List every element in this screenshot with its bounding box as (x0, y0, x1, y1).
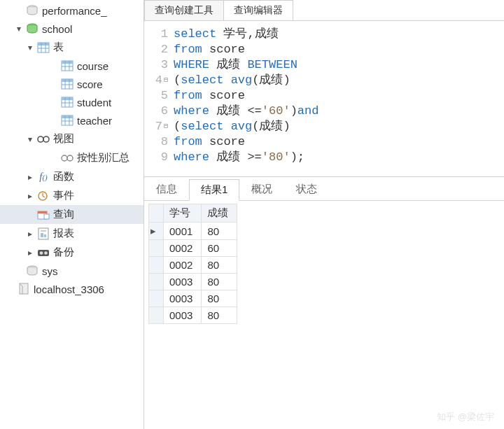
svg-point-28 (43, 136, 49, 142)
cell[interactable]: 0003 (164, 274, 202, 290)
code-content[interactable]: from score (174, 134, 245, 150)
tree-item-label: 事件 (53, 189, 74, 202)
expand-icon[interactable]: ▾ (14, 24, 24, 34)
expand-icon[interactable]: ▸ (25, 248, 35, 258)
result-tab-状态[interactable]: 状态 (284, 178, 329, 200)
row-marker: ▸ (149, 223, 164, 240)
editor-tabs: 查询创建工具查询编辑器 (144, 0, 504, 21)
column-header[interactable]: 学号 (164, 204, 202, 223)
code-content[interactable]: (select avg(成绩) (174, 73, 290, 88)
table-row[interactable]: 000380 (149, 274, 237, 290)
table-row[interactable]: 000260 (149, 240, 237, 257)
row-marker (149, 257, 164, 274)
tree-item-label: performance_ (42, 5, 107, 17)
tree-item-label: score (77, 78, 103, 90)
column-header[interactable]: 成绩 (202, 204, 237, 223)
line-number: 3 (148, 57, 174, 73)
code-line[interactable]: 4⊟(select avg(成绩) (148, 73, 500, 88)
sql-editor[interactable]: 1select 学号,成绩2from score3WHERE 成绩 BETWEE… (144, 21, 504, 176)
tree-item-course[interactable]: course (0, 57, 144, 75)
db-icon (25, 265, 39, 277)
code-line[interactable]: 6where 成绩 <='60')and (148, 104, 500, 119)
cell[interactable]: 80 (202, 257, 237, 274)
cell[interactable]: 0003 (164, 307, 202, 324)
tree-item-函数[interactable]: ▸f()函数 (0, 167, 144, 186)
expand-icon[interactable]: ▸ (25, 172, 35, 182)
code-content[interactable]: select 学号,成绩 (174, 27, 279, 42)
tree-item-备份[interactable]: ▸备份 (0, 243, 144, 262)
table-row[interactable]: 000280 (149, 257, 237, 274)
tree-item-score[interactable]: score (0, 75, 144, 93)
cell[interactable]: 0001 (164, 223, 202, 240)
cell[interactable]: 80 (202, 307, 237, 324)
code-content[interactable]: where 成绩 >='80'); (174, 150, 304, 165)
code-line[interactable]: 3WHERE 成绩 BETWEEN (148, 57, 500, 73)
tree-item-按性别汇总[interactable]: 按性别汇总 (0, 148, 144, 167)
expand-icon[interactable]: ▸ (25, 191, 35, 201)
tree-item-label: sys (42, 265, 58, 277)
tree-item-label: 函数 (53, 170, 74, 183)
svg-rect-37 (44, 214, 49, 219)
tree-item-label: 视图 (53, 132, 74, 146)
result-tab-信息[interactable]: 信息 (144, 178, 189, 200)
result-grid[interactable]: 学号成绩▸00018000026000028000038000038000038… (148, 204, 237, 324)
code-line[interactable]: 1select 学号,成绩 (148, 27, 500, 42)
tree-item-sys[interactable]: sys (0, 262, 144, 280)
tree-item-报表[interactable]: ▸报表 (0, 224, 144, 243)
code-line[interactable]: 2from score (148, 42, 500, 57)
tree-item-label: 按性别汇总 (77, 151, 130, 164)
line-number: 7⊟ (148, 119, 174, 134)
cell[interactable]: 60 (202, 240, 237, 257)
cell[interactable]: 80 (202, 290, 237, 307)
cell[interactable]: 80 (202, 223, 237, 240)
row-marker (149, 274, 164, 290)
cell[interactable]: 0002 (164, 240, 202, 257)
svg-point-43 (40, 251, 43, 255)
watermark: 知乎 @梁佐宇 (437, 411, 494, 423)
code-line[interactable]: 8from score (148, 134, 500, 150)
tree-item-teacher[interactable]: teacher (0, 111, 144, 129)
conn-icon (17, 283, 31, 295)
tab-查询编辑器[interactable]: 查询编辑器 (223, 0, 293, 20)
table-row[interactable]: ▸000180 (149, 223, 237, 240)
code-content[interactable]: from score (174, 42, 245, 57)
tree-item-查询[interactable]: 查询 (0, 205, 144, 224)
line-number: 4⊟ (148, 73, 174, 88)
code-line[interactable]: 5from score (148, 88, 500, 104)
main-panel: 查询创建工具查询编辑器 1select 学号,成绩2from score3WHE… (144, 0, 504, 429)
svg-rect-18 (62, 97, 73, 100)
table-icon (60, 114, 74, 127)
row-marker (149, 290, 164, 307)
tree-item-performance_[interactable]: performance_ (0, 1, 144, 20)
code-content[interactable]: from score (174, 88, 245, 104)
code-line[interactable]: 7⊟(select avg(成绩) (148, 119, 500, 134)
tree-item-事件[interactable]: ▸事件 (0, 186, 144, 205)
tree-item-label: student (77, 97, 111, 108)
tree-item-school[interactable]: ▾school (0, 20, 144, 38)
code-content[interactable]: (select avg(成绩) (174, 119, 290, 134)
code-content[interactable]: where 成绩 <='60')and (174, 104, 318, 119)
code-content[interactable]: WHERE 成绩 BETWEEN (174, 57, 298, 73)
fx-icon: f() (36, 171, 50, 183)
tree-item-student[interactable]: student (0, 93, 144, 111)
tree-item-表[interactable]: ▾表 (0, 38, 144, 57)
expand-icon[interactable]: ▾ (25, 134, 35, 144)
tree-item-label: 报表 (53, 227, 74, 240)
result-tab-结果1[interactable]: 结果1 (189, 179, 239, 201)
tree-item-label: school (42, 23, 72, 35)
cell[interactable]: 0002 (164, 257, 202, 274)
cell[interactable]: 80 (202, 274, 237, 290)
table-row[interactable]: 000380 (149, 307, 237, 324)
tree-item-视图[interactable]: ▾视图 (0, 129, 144, 148)
cell[interactable]: 0003 (164, 290, 202, 307)
tab-查询创建工具[interactable]: 查询创建工具 (144, 0, 224, 20)
tree-item-localhost_3306[interactable]: localhost_3306 (0, 280, 144, 298)
table-row[interactable]: 000380 (149, 290, 237, 307)
code-line[interactable]: 9where 成绩 >='80'); (148, 150, 500, 165)
backup-icon (36, 246, 50, 259)
expand-icon[interactable]: ▾ (25, 43, 35, 52)
tree-item-label: 备份 (53, 246, 74, 259)
expand-icon[interactable]: ▸ (25, 229, 35, 239)
result-tab-概况[interactable]: 概况 (239, 178, 284, 200)
event-icon (36, 190, 50, 202)
